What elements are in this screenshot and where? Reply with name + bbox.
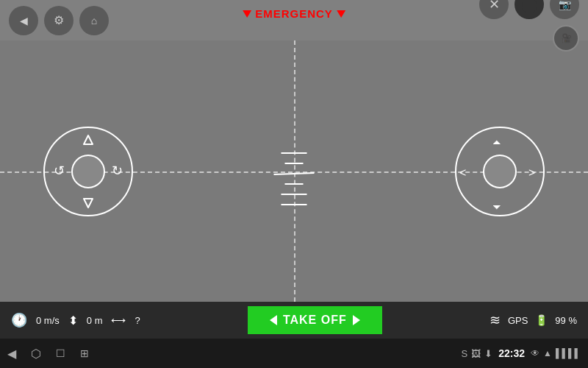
takeoff-triangle-left xyxy=(270,315,277,325)
bottom-right-info: ≋ GPS 🔋 99 % xyxy=(490,312,577,328)
record-icon: ⬤ xyxy=(521,0,537,13)
takeoff-triangle-right xyxy=(353,315,360,325)
top-bar: ◀ ⚙ ⌂ ✕ ⬤ 📷 🎥 xyxy=(0,0,588,40)
android-back-button[interactable]: ◀ xyxy=(7,347,16,361)
alt-mark-2 xyxy=(285,163,304,164)
back-button[interactable]: ◀ xyxy=(9,6,38,35)
home-button[interactable]: ⌂ xyxy=(79,6,109,35)
back-icon: ◀ xyxy=(20,15,28,26)
height-icon: ⬍ xyxy=(68,314,78,328)
speed-value: 0 m/s xyxy=(36,315,60,326)
android-home-button[interactable]: ⬡ xyxy=(31,347,41,361)
eye-icon: 👁 xyxy=(531,348,539,358)
top-right-buttons: ✕ ⬤ 📷 🎥 xyxy=(479,0,579,52)
android-right-icons: 👁 ▲ ▌▌▌▌ xyxy=(531,348,581,358)
svg-text:⏷: ⏷ xyxy=(492,201,502,213)
alt-mark-5 xyxy=(282,204,307,205)
top-left-buttons: ◀ ⚙ ⌂ xyxy=(9,6,109,35)
right-joystick[interactable]: ⏶ ⏷ < > xyxy=(452,124,548,219)
svg-marker-3 xyxy=(84,199,93,208)
svg-text:⏶: ⏶ xyxy=(492,136,502,148)
skype-icon: S xyxy=(462,348,468,359)
horizon-line xyxy=(274,173,315,174)
svg-point-7 xyxy=(484,155,516,188)
svg-marker-2 xyxy=(84,135,93,144)
download-icon: ⬇ xyxy=(484,348,492,359)
clock-icon: 🕐 xyxy=(11,312,27,328)
grid-icon[interactable]: ⊞ xyxy=(80,347,89,359)
takeoff-label: TAKE OFF xyxy=(283,314,347,327)
gps-signal-icon: ≋ xyxy=(490,312,501,328)
spread-icon: ⟷ xyxy=(111,314,126,326)
battery-label: 99 % xyxy=(555,315,577,326)
left-joystick-svg: ↺ ↻ xyxy=(40,124,136,219)
android-recents-button[interactable]: ☐ xyxy=(56,347,65,359)
right-joystick-svg: ⏶ ⏷ < > xyxy=(452,124,548,219)
svg-point-1 xyxy=(72,155,104,188)
photo-icon: 🖼 xyxy=(471,348,481,359)
svg-text:↻: ↻ xyxy=(112,163,123,178)
takeoff-button[interactable]: TAKE OFF xyxy=(248,306,382,334)
question-mark: ? xyxy=(135,315,140,326)
gear-icon: ⚙ xyxy=(54,13,64,27)
gps-label: GPS xyxy=(508,315,528,326)
signal-icon: ▌▌▌▌ xyxy=(556,348,581,358)
video-off-button[interactable]: 🎥 xyxy=(553,25,579,52)
flight-area: ↺ ↻ ⏶ ⏷ < > xyxy=(0,40,588,302)
svg-text:<: < xyxy=(459,166,466,179)
android-navigation: ◀ ⬡ ☐ ⊞ xyxy=(7,347,89,361)
battery-icon: 🔋 xyxy=(535,314,548,326)
camera-button[interactable]: 📷 xyxy=(550,0,579,19)
left-joystick[interactable]: ↺ ↻ xyxy=(40,124,136,219)
alt-mark-4 xyxy=(282,194,307,195)
camera-icon: 📷 xyxy=(559,0,571,10)
alt-mark-3 xyxy=(285,183,304,185)
propeller-button[interactable]: ✕ xyxy=(479,0,509,19)
svg-text:↺: ↺ xyxy=(54,163,65,178)
home-icon: ⌂ xyxy=(91,15,97,26)
bottom-left-info: 🕐 0 m/s ⬍ 0 m ⟷ ? xyxy=(11,312,140,328)
video-off-icon: 🎥 xyxy=(561,33,572,43)
top-right-row: ✕ ⬤ 📷 xyxy=(479,0,579,19)
settings-button[interactable]: ⚙ xyxy=(44,6,74,35)
system-time: 22:32 xyxy=(498,347,525,359)
record-button[interactable]: ⬤ xyxy=(514,0,544,19)
svg-text:>: > xyxy=(528,166,535,179)
android-status-area: S 🖼 ⬇ 22:32 👁 ▲ ▌▌▌▌ xyxy=(462,347,581,359)
height-value: 0 m xyxy=(87,315,103,326)
android-status-icons: S 🖼 ⬇ xyxy=(462,348,493,359)
android-nav-bar: ◀ ⬡ ☐ ⊞ S 🖼 ⬇ 22:32 👁 ▲ ▌▌▌▌ xyxy=(0,339,588,368)
altitude-indicators xyxy=(274,55,315,302)
alt-mark-1 xyxy=(282,152,307,154)
bottom-status-bar: 🕐 0 m/s ⬍ 0 m ⟷ ? TAKE OFF ≋ GPS 🔋 99 % xyxy=(0,302,588,339)
propeller-icon: ✕ xyxy=(489,0,500,13)
wifi-icon: ▲ xyxy=(543,348,552,358)
